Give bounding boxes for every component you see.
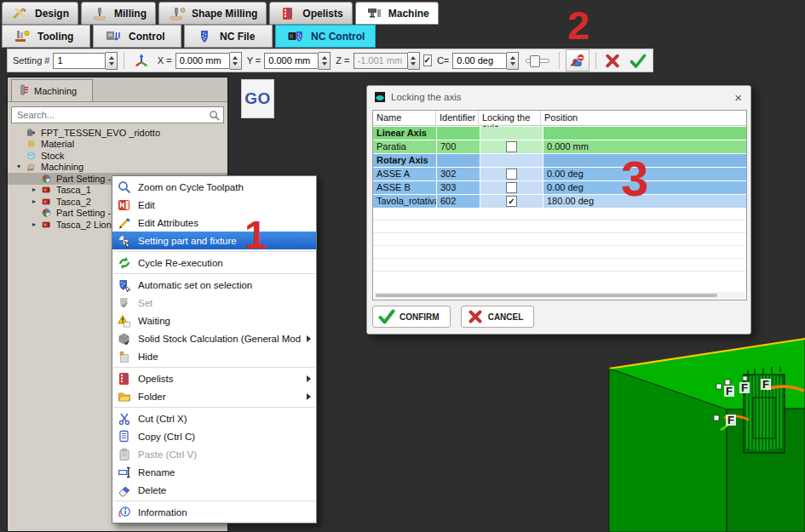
axis-row-asse-b: ASSE B3030.00 deg: [373, 181, 746, 194]
menu-item-folder[interactable]: Folder: [112, 387, 316, 405]
menu-separator: [113, 367, 315, 368]
setting-number-input[interactable]: [53, 53, 106, 69]
tab-nc-control[interactable]: NC Control: [275, 25, 376, 48]
axis-identifier: [437, 127, 480, 140]
axes-icon: [130, 50, 152, 71]
menu-item-label: Hide: [138, 352, 158, 362]
menu-item-copy-ctrl-c[interactable]: Copy (Ctrl C): [112, 427, 316, 445]
f-marker: F: [726, 414, 736, 426]
menu-item-cycle-re-execution[interactable]: Cycle Re-execution: [112, 254, 316, 272]
close-icon[interactable]: ×: [733, 91, 744, 104]
auto-set-icon: [116, 277, 132, 292]
locking-axis-dialog: Locking the axis × Name Identifier Locki…: [366, 85, 751, 335]
part-setting-icon: [41, 173, 54, 184]
axis-row-tavola-rotativa: Tavola_rotativa602✓180.00 deg: [373, 195, 746, 208]
menu-item-information[interactable]: Information: [112, 503, 316, 521]
menu-item-setting-part-and-fixture[interactable]: Setting part and fixture: [112, 232, 316, 249]
lock-checkbox-unchecked[interactable]: [506, 169, 517, 180]
c-input[interactable]: [452, 53, 507, 69]
menu-item-hide[interactable]: Hide: [112, 347, 316, 365]
tab-milling[interactable]: Milling: [81, 2, 156, 25]
svg-text:F: F: [726, 385, 733, 398]
tree-item-machining[interactable]: ▾Machining: [8, 162, 227, 174]
menu-item-label: Set: [138, 298, 152, 308]
tree-item-label: FPT_TESSEN_EVO _ridotto: [41, 128, 160, 138]
y-input[interactable]: [264, 53, 319, 69]
menu-item-waiting[interactable]: Waiting: [112, 312, 316, 329]
search-input[interactable]: [15, 109, 209, 121]
dialog-buttons: CONFIRM CANCEL: [372, 306, 534, 328]
menu-item-automatic-set-on-selection[interactable]: Automatic set on selection: [112, 276, 316, 294]
machine-tab-icon: [365, 6, 383, 21]
lock-axis-button[interactable]: [566, 49, 589, 72]
tab-machine[interactable]: Machine: [355, 2, 439, 25]
chevron-right-icon[interactable]: ▸: [30, 198, 38, 205]
tooling-icon: [13, 29, 32, 44]
lock-checkbox-checked[interactable]: ✓: [506, 196, 517, 207]
machine-icon: [26, 127, 38, 138]
tree-item-stock[interactable]: Stock: [8, 150, 227, 162]
tree-item-label: Tasca_2 Lionel: [56, 220, 118, 230]
cancel-setting-button[interactable]: [601, 50, 624, 71]
z-stepper[interactable]: [408, 52, 420, 70]
axis-identifier: 303: [437, 181, 480, 194]
menu-item-zoom-on-cycle-toolpath[interactable]: Zoom on Cycle Toolpath: [112, 178, 316, 196]
viewport-3d-part[interactable]: F F F F: [596, 336, 805, 532]
tree-item-label: Tasca_2: [56, 197, 91, 207]
lock-checkbox-unchecked[interactable]: [506, 141, 517, 152]
scissors-icon: [116, 411, 132, 426]
opelists-icon: [116, 371, 132, 386]
shape-milling-icon: [168, 6, 187, 21]
confirm-label: CONFIRM: [400, 312, 440, 322]
cancel-button[interactable]: CANCEL: [461, 306, 535, 328]
x-input[interactable]: [175, 53, 230, 69]
axis-table-header: Name Identifier Locking the axis Positio…: [373, 111, 746, 126]
z-lock-checkbox[interactable]: ✓: [423, 54, 432, 66]
chevron-down-icon[interactable]: ▾: [14, 163, 23, 170]
menu-item-label: Rename: [138, 467, 175, 478]
tasca-icon: [41, 185, 54, 196]
app: DesignMillingShape MillingOpelistsMachin…: [0, 0, 805, 532]
menu-item-rename[interactable]: Rename: [112, 463, 316, 481]
tab-opelists[interactable]: Opelists: [269, 2, 352, 25]
x-stepper[interactable]: [230, 52, 242, 70]
search-icon: [209, 110, 220, 121]
confirm-button[interactable]: CONFIRM: [372, 306, 451, 328]
submenu-arrow-icon: [307, 335, 311, 342]
c-angle-slider[interactable]: [526, 52, 549, 69]
tab-shape-milling[interactable]: Shape Milling: [158, 2, 267, 25]
panel-tab-label: Machining: [34, 86, 77, 96]
go-button[interactable]: GO: [241, 79, 274, 118]
menu-item-edit-attributes[interactable]: Edit Attributes: [112, 214, 316, 232]
tab-control[interactable]: Control: [93, 25, 181, 48]
horizontal-scrollbar[interactable]: [374, 292, 745, 299]
setting-number-stepper[interactable]: [106, 52, 118, 70]
menu-item-cut-ctrl-x[interactable]: Cut (Ctrl X): [112, 409, 316, 427]
chevron-right-icon[interactable]: ▸: [30, 221, 38, 228]
panel-tab-strip: Machining: [8, 77, 227, 102]
menu-item-delete[interactable]: Delete: [112, 481, 316, 499]
c-stepper[interactable]: [507, 52, 519, 70]
tree-item-fpt-tessen-evo-ridotto[interactable]: FPT_TESSEN_EVO _ridotto: [8, 127, 227, 139]
y-stepper[interactable]: [319, 52, 331, 70]
menu-item-solid-stock-calculation-general-mode[interactable]: Solid Stock Calculation (General Mode): [112, 329, 316, 347]
tab-tooling[interactable]: Tooling: [2, 25, 90, 48]
setting-number-label: Setting #: [13, 55, 49, 66]
tab-nc-file[interactable]: NC File: [184, 25, 273, 48]
tab-design[interactable]: Design: [2, 2, 78, 25]
confirm-setting-button[interactable]: [627, 50, 649, 71]
lock-checkbox-unchecked[interactable]: [506, 182, 517, 193]
z-input[interactable]: [354, 53, 408, 69]
menu-item-opelists[interactable]: Opelists: [112, 369, 316, 387]
chevron-right-icon[interactable]: ▸: [30, 186, 38, 193]
tab-label: Design: [35, 8, 69, 20]
axis-lock-cell: [480, 181, 543, 194]
menu-item-edit[interactable]: Edit: [112, 196, 316, 214]
tab-label: Tooling: [37, 31, 73, 43]
tree-item-label: Part Setting - T: [56, 208, 119, 218]
axis-lock-cell: ✓: [480, 195, 543, 208]
tab-machining[interactable]: Machining: [11, 79, 93, 101]
f-marker: F: [724, 385, 734, 398]
dialog-title: Locking the axis: [391, 92, 461, 102]
tree-item-material[interactable]: Material: [8, 139, 227, 151]
